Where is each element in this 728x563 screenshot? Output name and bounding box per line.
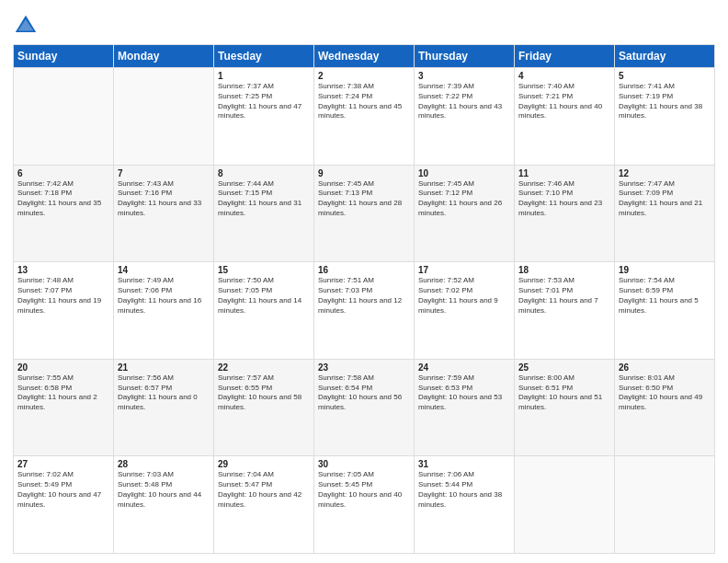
calendar-cell: 19Sunrise: 7:54 AMSunset: 6:59 PMDayligh…	[615, 262, 715, 360]
day-info: Sunrise: 7:39 AMSunset: 7:22 PMDaylight:…	[418, 82, 510, 121]
day-number: 15	[218, 265, 310, 275]
calendar-cell: 30Sunrise: 7:05 AMSunset: 5:45 PMDayligh…	[314, 456, 415, 554]
calendar-cell	[515, 456, 615, 554]
day-info: Sunrise: 7:42 AMSunset: 7:18 PMDaylight:…	[17, 179, 109, 219]
day-number: 27	[17, 459, 109, 469]
calendar-cell: 26Sunrise: 8:01 AMSunset: 6:50 PMDayligh…	[615, 359, 715, 456]
calendar-cell: 7Sunrise: 7:43 AMSunset: 7:16 PMDaylight…	[114, 165, 214, 262]
day-info: Sunrise: 7:56 AMSunset: 6:57 PMDaylight:…	[118, 373, 210, 413]
header	[13, 9, 715, 39]
calendar-cell: 20Sunrise: 7:55 AMSunset: 6:58 PMDayligh…	[14, 359, 114, 456]
day-info: Sunrise: 7:45 AMSunset: 7:13 PMDaylight:…	[318, 179, 410, 219]
calendar-cell: 6Sunrise: 7:42 AMSunset: 7:18 PMDaylight…	[14, 165, 114, 262]
calendar-cell: 8Sunrise: 7:44 AMSunset: 7:15 PMDaylight…	[214, 165, 314, 262]
calendar-header-tuesday: Tuesday	[214, 45, 314, 68]
day-number: 23	[318, 362, 410, 373]
calendar-week-row: 6Sunrise: 7:42 AMSunset: 7:18 PMDaylight…	[14, 165, 715, 262]
calendar-cell: 10Sunrise: 7:45 AMSunset: 7:12 PMDayligh…	[415, 165, 515, 262]
day-info: Sunrise: 8:00 AMSunset: 6:51 PMDaylight:…	[518, 373, 610, 413]
calendar-cell	[615, 456, 715, 554]
day-info: Sunrise: 7:58 AMSunset: 6:54 PMDaylight:…	[318, 373, 410, 413]
calendar-week-row: 13Sunrise: 7:48 AMSunset: 7:07 PMDayligh…	[14, 262, 715, 360]
calendar-cell: 22Sunrise: 7:57 AMSunset: 6:55 PMDayligh…	[214, 359, 314, 456]
calendar-cell: 18Sunrise: 7:53 AMSunset: 7:01 PMDayligh…	[515, 262, 615, 360]
calendar-cell: 2Sunrise: 7:38 AMSunset: 7:24 PMDaylight…	[314, 68, 415, 166]
day-info: Sunrise: 7:38 AMSunset: 7:24 PMDaylight:…	[318, 82, 410, 121]
day-info: Sunrise: 7:04 AMSunset: 5:47 PMDaylight:…	[218, 470, 310, 510]
day-number: 11	[518, 168, 610, 178]
calendar-cell: 12Sunrise: 7:47 AMSunset: 7:09 PMDayligh…	[615, 165, 715, 262]
day-info: Sunrise: 8:01 AMSunset: 6:50 PMDaylight:…	[619, 373, 711, 413]
day-info: Sunrise: 7:41 AMSunset: 7:19 PMDaylight:…	[619, 82, 711, 121]
calendar-header-row: SundayMondayTuesdayWednesdayThursdayFrid…	[14, 45, 715, 68]
calendar-cell: 13Sunrise: 7:48 AMSunset: 7:07 PMDayligh…	[14, 262, 114, 360]
day-number: 20	[17, 362, 109, 373]
day-number: 30	[318, 459, 410, 469]
day-info: Sunrise: 7:50 AMSunset: 7:05 PMDaylight:…	[218, 276, 310, 316]
calendar-week-row: 27Sunrise: 7:02 AMSunset: 5:49 PMDayligh…	[14, 456, 715, 554]
calendar-header-thursday: Thursday	[415, 45, 515, 68]
calendar-cell: 24Sunrise: 7:59 AMSunset: 6:53 PMDayligh…	[415, 359, 515, 456]
logo	[13, 13, 42, 39]
day-info: Sunrise: 7:06 AMSunset: 5:44 PMDaylight:…	[418, 470, 510, 510]
day-info: Sunrise: 7:44 AMSunset: 7:15 PMDaylight:…	[218, 179, 310, 219]
calendar-cell: 23Sunrise: 7:58 AMSunset: 6:54 PMDayligh…	[314, 359, 415, 456]
day-number: 12	[619, 168, 711, 178]
day-number: 1	[218, 71, 310, 81]
day-number: 25	[518, 362, 610, 373]
day-info: Sunrise: 7:52 AMSunset: 7:02 PMDaylight:…	[418, 276, 510, 316]
day-number: 26	[619, 362, 711, 373]
calendar-cell: 28Sunrise: 7:03 AMSunset: 5:48 PMDayligh…	[114, 456, 214, 554]
day-number: 3	[418, 71, 510, 81]
calendar-cell: 5Sunrise: 7:41 AMSunset: 7:19 PMDaylight…	[615, 68, 715, 166]
day-info: Sunrise: 7:43 AMSunset: 7:16 PMDaylight:…	[118, 179, 210, 219]
calendar-cell: 11Sunrise: 7:46 AMSunset: 7:10 PMDayligh…	[515, 165, 615, 262]
day-number: 28	[118, 459, 210, 469]
calendar-cell: 29Sunrise: 7:04 AMSunset: 5:47 PMDayligh…	[214, 456, 314, 554]
day-info: Sunrise: 7:51 AMSunset: 7:03 PMDaylight:…	[318, 276, 410, 316]
day-number: 14	[118, 265, 210, 275]
calendar-cell: 4Sunrise: 7:40 AMSunset: 7:21 PMDaylight…	[515, 68, 615, 166]
calendar-cell: 31Sunrise: 7:06 AMSunset: 5:44 PMDayligh…	[415, 456, 515, 554]
calendar-header-sunday: Sunday	[14, 45, 114, 68]
day-info: Sunrise: 7:40 AMSunset: 7:21 PMDaylight:…	[518, 82, 610, 121]
day-info: Sunrise: 7:05 AMSunset: 5:45 PMDaylight:…	[318, 470, 410, 510]
page: SundayMondayTuesdayWednesdayThursdayFrid…	[0, 0, 728, 563]
day-info: Sunrise: 7:48 AMSunset: 7:07 PMDaylight:…	[17, 276, 109, 316]
day-number: 9	[318, 168, 410, 178]
day-info: Sunrise: 7:53 AMSunset: 7:01 PMDaylight:…	[518, 276, 610, 316]
day-info: Sunrise: 7:57 AMSunset: 6:55 PMDaylight:…	[218, 373, 310, 413]
calendar-cell: 15Sunrise: 7:50 AMSunset: 7:05 PMDayligh…	[214, 262, 314, 360]
day-number: 21	[118, 362, 210, 373]
day-info: Sunrise: 7:54 AMSunset: 6:59 PMDaylight:…	[619, 276, 711, 316]
day-number: 18	[518, 265, 610, 275]
day-number: 4	[518, 71, 610, 81]
day-number: 22	[218, 362, 310, 373]
day-info: Sunrise: 7:45 AMSunset: 7:12 PMDaylight:…	[418, 179, 510, 219]
calendar-header-wednesday: Wednesday	[314, 45, 415, 68]
day-number: 31	[418, 459, 510, 469]
day-info: Sunrise: 7:37 AMSunset: 7:25 PMDaylight:…	[218, 82, 310, 121]
calendar-cell: 16Sunrise: 7:51 AMSunset: 7:03 PMDayligh…	[314, 262, 415, 360]
calendar-week-row: 1Sunrise: 7:37 AMSunset: 7:25 PMDaylight…	[14, 68, 715, 166]
day-number: 5	[619, 71, 711, 81]
calendar-cell	[14, 68, 114, 166]
calendar-header-friday: Friday	[515, 45, 615, 68]
calendar-cell: 3Sunrise: 7:39 AMSunset: 7:22 PMDaylight…	[415, 68, 515, 166]
day-info: Sunrise: 7:59 AMSunset: 6:53 PMDaylight:…	[418, 373, 510, 413]
calendar-cell	[114, 68, 214, 166]
calendar-week-row: 20Sunrise: 7:55 AMSunset: 6:58 PMDayligh…	[14, 359, 715, 456]
day-info: Sunrise: 7:02 AMSunset: 5:49 PMDaylight:…	[17, 470, 109, 510]
day-number: 10	[418, 168, 510, 178]
day-number: 6	[17, 168, 109, 178]
calendar-cell: 25Sunrise: 8:00 AMSunset: 6:51 PMDayligh…	[515, 359, 615, 456]
calendar-table: SundayMondayTuesdayWednesdayThursdayFrid…	[13, 44, 715, 554]
calendar-cell: 14Sunrise: 7:49 AMSunset: 7:06 PMDayligh…	[114, 262, 214, 360]
day-info: Sunrise: 7:49 AMSunset: 7:06 PMDaylight:…	[118, 276, 210, 316]
calendar-cell: 1Sunrise: 7:37 AMSunset: 7:25 PMDaylight…	[214, 68, 314, 166]
day-number: 2	[318, 71, 410, 81]
day-info: Sunrise: 7:47 AMSunset: 7:09 PMDaylight:…	[619, 179, 711, 219]
day-info: Sunrise: 7:46 AMSunset: 7:10 PMDaylight:…	[518, 179, 610, 219]
calendar-cell: 27Sunrise: 7:02 AMSunset: 5:49 PMDayligh…	[14, 456, 114, 554]
day-number: 7	[118, 168, 210, 178]
